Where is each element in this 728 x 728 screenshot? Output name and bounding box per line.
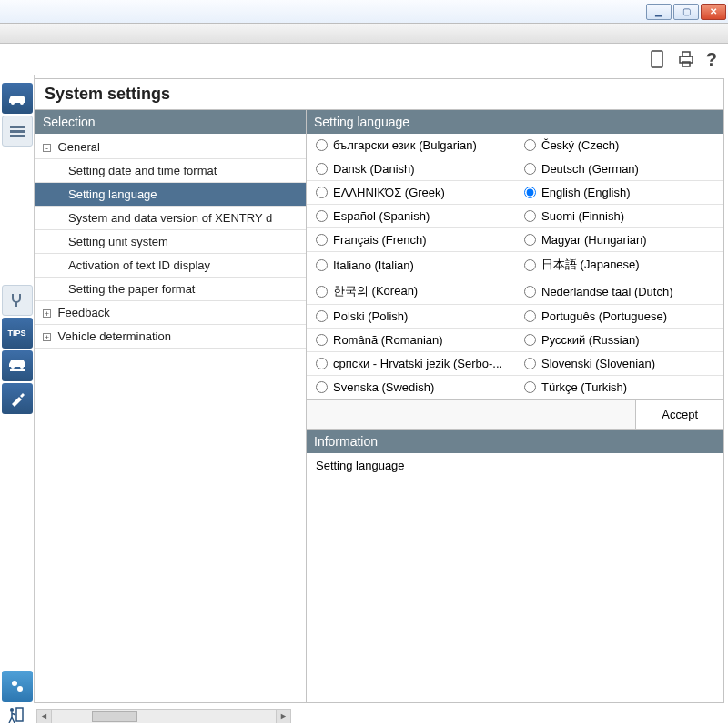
sidebar-vehicle-lift-button[interactable] <box>2 350 33 381</box>
svg-rect-2 <box>682 52 690 56</box>
tree-item[interactable]: Setting the paper format <box>35 278 306 301</box>
language-radio[interactable] <box>524 139 536 151</box>
language-option[interactable]: Český (Czech) <box>515 134 723 157</box>
language-option[interactable]: ΕΛΛΗΝΙΚΌΣ (Greek) <box>307 181 515 205</box>
language-label: Suomi (Finnish) <box>541 209 624 223</box>
language-option[interactable]: 日本語 (Japanese) <box>515 252 723 278</box>
language-label: English (English) <box>541 186 631 199</box>
tree-group[interactable]: - General <box>35 136 306 159</box>
document-icon[interactable] <box>648 49 666 69</box>
language-option[interactable]: Deutsch (German) <box>515 157 723 181</box>
language-label: ΕΛΛΗΝΙΚΌΣ (Greek) <box>333 186 445 199</box>
sidebar-settings-button[interactable] <box>2 671 33 702</box>
window-minimize-button[interactable]: ▁ <box>646 4 672 20</box>
language-option[interactable]: Русский (Russian) <box>515 329 723 352</box>
window-maximize-button[interactable]: ▢ <box>673 4 699 20</box>
sidebar-diagnostics-button[interactable] <box>2 285 33 316</box>
horizontal-scrollbar[interactable]: ◄ ► <box>36 709 291 723</box>
language-option[interactable]: Français (French) <box>307 228 515 252</box>
tree-item[interactable]: Setting date and time format <box>35 159 306 183</box>
language-label: Polski (Polish) <box>333 309 408 323</box>
language-label: Français (French) <box>333 233 427 247</box>
scroll-right-arrow[interactable]: ► <box>276 710 290 723</box>
content-area: System settings Selection - GeneralSetti… <box>35 78 724 703</box>
sidebar-vehicle-button[interactable] <box>2 83 33 114</box>
language-option[interactable]: Magyar (Hungarian) <box>515 228 723 252</box>
svg-point-12 <box>12 681 17 686</box>
language-radio[interactable] <box>316 381 328 393</box>
print-icon[interactable] <box>677 49 695 69</box>
language-option[interactable]: Türkçe (Turkish) <box>515 376 723 399</box>
expand-icon[interactable]: + <box>43 309 51 318</box>
language-radio[interactable] <box>524 310 536 322</box>
information-body: Setting language <box>307 453 723 478</box>
language-panel: Setting language български език (Bulgari… <box>307 110 723 702</box>
tree-group[interactable]: + Vehicle determination <box>35 325 306 349</box>
language-radio[interactable] <box>316 234 328 246</box>
language-option[interactable]: Suomi (Finnish) <box>515 205 723 228</box>
language-radio[interactable] <box>524 286 536 298</box>
language-label: Magyar (Hungarian) <box>541 233 647 247</box>
expand-icon[interactable]: + <box>43 333 51 341</box>
language-label: Italiano (Italian) <box>333 258 414 272</box>
tree-group-label: Vehicle determination <box>55 329 171 343</box>
language-option[interactable]: Español (Spanish) <box>307 205 515 228</box>
language-option[interactable]: Português (Portuguese) <box>515 305 723 329</box>
language-radio[interactable] <box>316 210 328 222</box>
language-radio[interactable] <box>524 381 536 393</box>
svg-point-10 <box>20 365 24 369</box>
language-option[interactable]: српски - Hrvatski jezik (Serbo-... <box>307 352 515 376</box>
language-option[interactable]: български език (Bulgarian) <box>307 134 515 157</box>
tree-item[interactable]: System and data version of XENTRY d <box>35 207 306 230</box>
sidebar-tool-button[interactable] <box>2 383 33 414</box>
language-radio[interactable] <box>316 259 328 271</box>
language-radio[interactable] <box>316 358 328 369</box>
language-option[interactable]: Română (Romanian) <box>307 329 515 352</box>
language-grid: български език (Bulgarian)Český (Czech)D… <box>307 134 723 399</box>
help-icon[interactable]: ? <box>706 49 717 70</box>
language-option[interactable]: Italiano (Italian) <box>307 252 515 278</box>
sidebar: TIPS <box>0 75 35 703</box>
tree-group[interactable]: + Feedback <box>35 301 306 325</box>
language-header: Setting language <box>307 110 723 134</box>
scroll-thumb[interactable] <box>92 711 137 722</box>
language-label: Slovenski (Slovenian) <box>541 357 655 370</box>
language-option[interactable]: Slovenski (Slovenian) <box>515 352 723 376</box>
accept-button[interactable]: Accept <box>635 400 723 429</box>
language-radio[interactable] <box>316 187 328 198</box>
tree-item[interactable]: Setting language <box>35 183 306 207</box>
language-label: Dansk (Danish) <box>333 162 415 176</box>
language-option[interactable]: Nederlandse taal (Dutch) <box>515 278 723 305</box>
language-option[interactable]: Dansk (Danish) <box>307 157 515 181</box>
language-radio[interactable] <box>524 234 536 246</box>
language-radio[interactable] <box>524 210 536 222</box>
tree-group-label: Feedback <box>55 306 110 319</box>
language-radio[interactable] <box>316 163 328 175</box>
language-option[interactable]: Svenska (Swedish) <box>307 376 515 399</box>
language-label: Svenska (Swedish) <box>333 380 434 394</box>
language-radio[interactable] <box>524 358 536 369</box>
language-label: Nederlandse taal (Dutch) <box>541 285 673 298</box>
tree-group-label: General <box>55 140 100 154</box>
language-option[interactable]: Polski (Polish) <box>307 305 515 329</box>
exit-icon[interactable] <box>0 704 31 728</box>
language-label: српски - Hrvatski jezik (Serbo-... <box>333 357 502 370</box>
language-radio[interactable] <box>524 334 536 346</box>
language-radio[interactable] <box>316 139 328 151</box>
language-radio[interactable] <box>524 187 536 198</box>
scroll-left-arrow[interactable]: ◄ <box>37 710 52 723</box>
language-radio[interactable] <box>316 286 328 298</box>
collapse-icon[interactable]: - <box>43 144 51 152</box>
sidebar-list-button[interactable] <box>2 116 33 147</box>
svg-point-9 <box>11 365 15 369</box>
window-close-button[interactable]: ✕ <box>701 4 726 20</box>
sidebar-tips-button[interactable]: TIPS <box>2 318 33 349</box>
tree-item[interactable]: Setting unit system <box>35 230 306 254</box>
language-radio[interactable] <box>524 163 536 175</box>
language-option[interactable]: English (English) <box>515 181 723 205</box>
language-radio[interactable] <box>316 334 328 346</box>
language-option[interactable]: 한국의 (Korean) <box>307 278 515 305</box>
tree-item[interactable]: Activation of text ID display <box>35 254 306 278</box>
language-radio[interactable] <box>316 310 328 322</box>
language-radio[interactable] <box>524 259 536 271</box>
